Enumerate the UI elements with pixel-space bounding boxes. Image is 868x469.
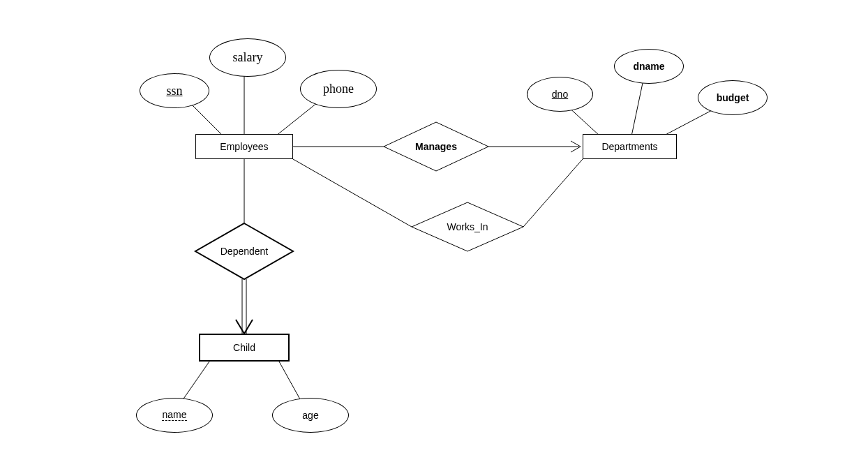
attr-name: name: [136, 398, 213, 433]
svg-marker-12: [195, 223, 293, 279]
er-diagram: ssn salary phone dno dname budget Employ…: [0, 0, 868, 469]
entity-label: Child: [233, 342, 255, 353]
attr-age: age: [272, 398, 349, 433]
attr-label: salary: [233, 50, 263, 65]
entity-child: Child: [199, 334, 290, 362]
attr-label: budget: [717, 92, 749, 103]
attr-label: dname: [633, 61, 664, 72]
attr-ssn: ssn: [140, 73, 209, 108]
svg-marker-6: [384, 122, 488, 171]
entity-employees: Employees: [195, 134, 293, 159]
attr-label: phone: [323, 82, 354, 96]
svg-line-11: [523, 159, 583, 227]
attr-label: age: [302, 410, 318, 421]
attr-budget: budget: [698, 80, 768, 115]
attr-label: name: [162, 410, 186, 421]
svg-marker-9: [412, 202, 523, 251]
entity-label: Departments: [601, 141, 657, 152]
attr-salary: salary: [209, 38, 286, 77]
attr-dname: dname: [614, 49, 684, 84]
attr-dno: dno: [527, 77, 593, 112]
attr-phone: phone: [300, 70, 377, 108]
svg-line-10: [293, 159, 412, 227]
attr-label: ssn: [166, 84, 182, 98]
attr-label: dno: [552, 89, 568, 100]
connectors: [0, 0, 868, 469]
entity-label: Employees: [220, 141, 268, 152]
entity-departments: Departments: [583, 134, 677, 159]
